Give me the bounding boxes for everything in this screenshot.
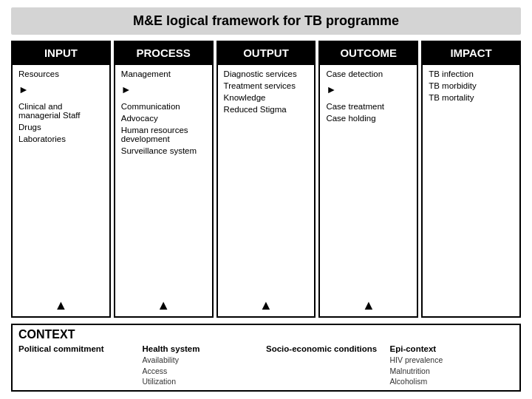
list-item: Case holding: [326, 114, 411, 123]
list-item: Case detection: [326, 69, 411, 78]
right-arrow-icon: ►: [121, 83, 132, 98]
context-col-title: Health system: [143, 344, 267, 353]
item-text: Diagnostic services: [224, 69, 297, 78]
context-col-political: Political commitment: [18, 344, 143, 387]
arrow-indicator: ►: [326, 81, 411, 99]
item-text: Resources: [18, 69, 59, 78]
column-input-header: INPUT: [13, 42, 109, 65]
up-arrow-icon: ▲: [54, 299, 67, 312]
column-output: OUTPUT Diagnostic services Treatment ser…: [216, 41, 316, 318]
up-arrow-icon: ▲: [362, 299, 375, 312]
list-item: Clinical and managerial Staff: [18, 102, 103, 120]
context-col-epi: Epi-context HIV prevalence Malnutrition …: [390, 344, 514, 387]
context-section: CONTEXT Political commitment Health syst…: [11, 324, 521, 392]
column-impact-header: IMPACT: [423, 42, 519, 65]
up-arrow-icon: ▲: [157, 299, 170, 312]
item-text: TB mortality: [429, 93, 474, 102]
list-item: Laboratories: [18, 134, 103, 143]
item-text: Communication: [121, 102, 180, 111]
column-outcome-body: Case detection ► Case treatment Case hol…: [320, 65, 417, 316]
page: M&E logical framework for TB programme I…: [0, 0, 532, 399]
list-item: Knowledge: [224, 93, 309, 102]
item-text: Treatment services: [224, 81, 296, 90]
list-item: Treatment services: [224, 81, 309, 90]
column-impact: IMPACT TB infection TB morbidity TB mort…: [421, 41, 521, 318]
context-col-title: Epi-context: [390, 344, 514, 353]
arrow-indicator: ►: [18, 81, 103, 99]
context-title: CONTEXT: [18, 328, 514, 341]
item-text: Case detection: [326, 69, 383, 78]
item-text: Surveillance system: [121, 146, 197, 155]
list-item: Advocacy: [121, 114, 206, 123]
right-arrow-icon: ►: [326, 83, 336, 98]
column-process-header: PROCESS: [115, 42, 212, 65]
right-arrow-icon: ►: [18, 83, 29, 98]
column-output-body: Diagnostic services Treatment services K…: [218, 65, 315, 316]
list-item: Surveillance system: [121, 146, 206, 155]
item-text: TB infection: [429, 69, 474, 78]
item-text: Case treatment: [326, 102, 384, 111]
list-item: Case treatment: [326, 102, 411, 111]
list-item: Resources: [18, 69, 103, 78]
context-col-socio: Socio-economic conditions: [266, 344, 390, 387]
item-text: TB morbidity: [429, 81, 477, 90]
item-text: Human resources development: [121, 126, 206, 143]
item-text: Knowledge: [224, 93, 266, 102]
column-outcome-header: OUTCOME: [320, 42, 417, 65]
framework-columns: INPUT Resources ► Clinical and manageria…: [11, 41, 521, 318]
column-outcome: OUTCOME Case detection ► Case treatment …: [318, 41, 418, 318]
column-input: INPUT Resources ► Clinical and manageria…: [11, 41, 111, 318]
item-text: Management: [121, 69, 171, 78]
context-col-sub: HIV prevalence Malnutrition Alcoholism: [390, 355, 514, 387]
list-item: Reduced Stigma: [224, 105, 309, 114]
list-item: Diagnostic services: [224, 69, 309, 78]
list-item: Drugs: [18, 123, 103, 132]
page-title: M&E logical framework for TB programme: [11, 7, 521, 35]
list-item: Communication: [121, 102, 206, 111]
list-item: Management: [121, 69, 206, 78]
context-col-sub: Availability Access Utilization: [143, 355, 267, 387]
item-text: Drugs: [18, 123, 41, 132]
context-col-title: Political commitment: [18, 344, 143, 353]
column-process: PROCESS Management ► Communication Advoc…: [114, 41, 214, 318]
item-text: Advocacy: [121, 114, 158, 123]
context-items: Political commitment Health system Avail…: [18, 344, 514, 387]
column-output-header: OUTPUT: [218, 42, 315, 65]
list-item: TB infection: [429, 69, 514, 78]
context-col-title: Socio-economic conditions: [266, 344, 390, 353]
list-item: TB morbidity: [429, 81, 514, 90]
column-impact-body: TB infection TB morbidity TB mortality: [423, 65, 519, 316]
item-text: Reduced Stigma: [224, 105, 287, 114]
item-text: Clinical and managerial Staff: [18, 102, 103, 120]
column-input-body: Resources ► Clinical and managerial Staf…: [13, 65, 109, 316]
item-text: Case holding: [326, 114, 375, 123]
list-item: Human resources development: [121, 126, 206, 143]
context-col-health: Health system Availability Access Utiliz…: [143, 344, 267, 387]
up-arrow-icon: ▲: [259, 299, 273, 312]
column-process-body: Management ► Communication Advocacy Huma…: [115, 65, 212, 316]
item-text: Laboratories: [18, 134, 66, 143]
list-item: TB mortality: [429, 93, 514, 102]
arrow-indicator: ►: [121, 81, 206, 99]
